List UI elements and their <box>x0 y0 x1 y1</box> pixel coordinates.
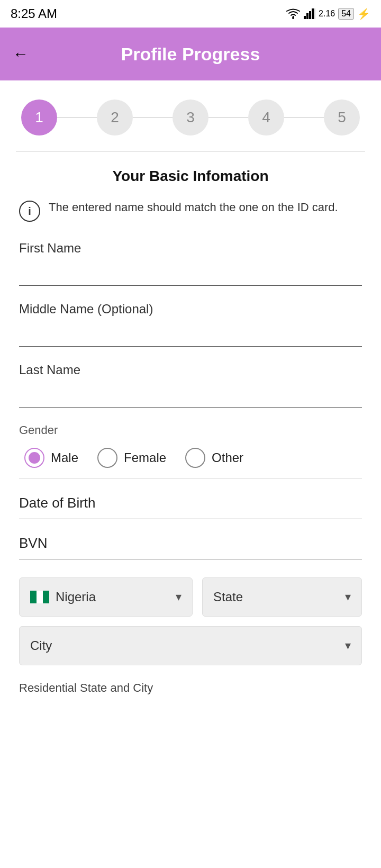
radio-male-outer <box>24 448 44 468</box>
middle-name-label: Middle Name (Optional) <box>19 302 362 317</box>
state-label: State <box>213 590 243 604</box>
country-chevron-icon: ▾ <box>176 590 182 604</box>
svg-rect-3 <box>309 11 311 19</box>
svg-rect-4 <box>312 8 314 19</box>
first-name-input[interactable] <box>19 263 362 286</box>
status-bar: 8:25 AM 2.16 54 ⚡ <box>0 0 381 28</box>
status-icons: 2.16 54 ⚡ <box>286 7 370 20</box>
middle-name-field: Middle Name (Optional) <box>19 302 362 347</box>
signal-icon <box>304 8 315 19</box>
step-line-3 <box>208 117 248 118</box>
nigeria-flag-icon <box>30 591 49 603</box>
bvn-label: BVN <box>19 535 362 551</box>
country-label: Nigeria <box>56 590 96 604</box>
gender-male[interactable]: Male <box>24 448 78 468</box>
bvn-section: BVN <box>19 535 362 559</box>
gender-male-label: Male <box>51 450 78 465</box>
dob-underline <box>19 519 362 519</box>
step-1[interactable]: 1 <box>21 100 57 135</box>
middle-name-input[interactable] <box>19 324 362 347</box>
first-name-label: First Name <box>19 241 362 256</box>
state-dropdown[interactable]: State ▾ <box>202 577 362 617</box>
gender-other[interactable]: Other <box>185 448 243 468</box>
back-button[interactable]: ← <box>13 45 29 63</box>
city-dropdown[interactable]: City ▾ <box>19 626 362 665</box>
section-title: Your Basic Infomation <box>19 168 362 185</box>
step-line-2 <box>133 117 173 118</box>
radio-female-outer <box>97 448 117 468</box>
svg-rect-8 <box>43 591 49 603</box>
last-name-label: Last Name <box>19 363 362 377</box>
country-dropdown-left: Nigeria <box>30 590 96 604</box>
step-2[interactable]: 2 <box>97 100 133 135</box>
gender-label: Gender <box>19 423 362 437</box>
country-state-row: Nigeria ▾ State ▾ <box>19 577 362 617</box>
step-4[interactable]: 4 <box>248 100 284 135</box>
wifi-icon <box>286 8 301 20</box>
gender-section: Gender Male Female Other <box>19 423 362 479</box>
last-name-input[interactable] <box>19 385 362 408</box>
svg-rect-6 <box>30 591 37 603</box>
city-label: City <box>30 638 52 653</box>
gender-female-label: Female <box>124 450 166 465</box>
dob-label: Date of Birth <box>19 495 362 511</box>
country-dropdown[interactable]: Nigeria ▾ <box>19 577 193 617</box>
info-text: The entered name should match the one on… <box>49 200 338 216</box>
radio-other-outer <box>185 448 205 468</box>
info-box: i The entered name should match the one … <box>19 200 362 222</box>
city-chevron-icon: ▾ <box>345 639 351 653</box>
step-line-1 <box>57 117 97 118</box>
gender-female[interactable]: Female <box>97 448 166 468</box>
gender-options: Male Female Other <box>19 448 362 468</box>
step-3[interactable]: 3 <box>173 100 208 135</box>
header: ← Profile Progress <box>0 28 381 80</box>
radio-male-inner <box>29 452 40 464</box>
step-5[interactable]: 5 <box>324 100 360 135</box>
dob-section: Date of Birth <box>19 495 362 519</box>
svg-point-0 <box>292 17 294 19</box>
data-speed: 2.16 <box>319 9 335 19</box>
first-name-field: First Name <box>19 241 362 286</box>
info-icon: i <box>19 201 40 222</box>
residential-state-city-label: Residential State and City <box>19 681 362 695</box>
status-time: 8:25 AM <box>11 6 57 21</box>
gender-other-label: Other <box>212 450 243 465</box>
step-indicator: 1 2 3 4 5 <box>0 80 381 146</box>
last-name-field: Last Name <box>19 363 362 408</box>
charging-icon: ⚡ <box>357 7 370 20</box>
bvn-underline <box>19 559 362 559</box>
main-content: Your Basic Infomation i The entered name… <box>0 152 381 715</box>
gender-divider <box>19 478 362 479</box>
state-chevron-icon: ▾ <box>345 590 351 604</box>
step-line-4 <box>284 117 324 118</box>
svg-rect-1 <box>304 16 306 19</box>
battery-indicator: 54 <box>338 8 354 20</box>
svg-rect-5 <box>314 8 315 19</box>
svg-rect-7 <box>37 591 43 603</box>
svg-rect-2 <box>306 13 309 19</box>
page-title: Profile Progress <box>39 44 342 65</box>
